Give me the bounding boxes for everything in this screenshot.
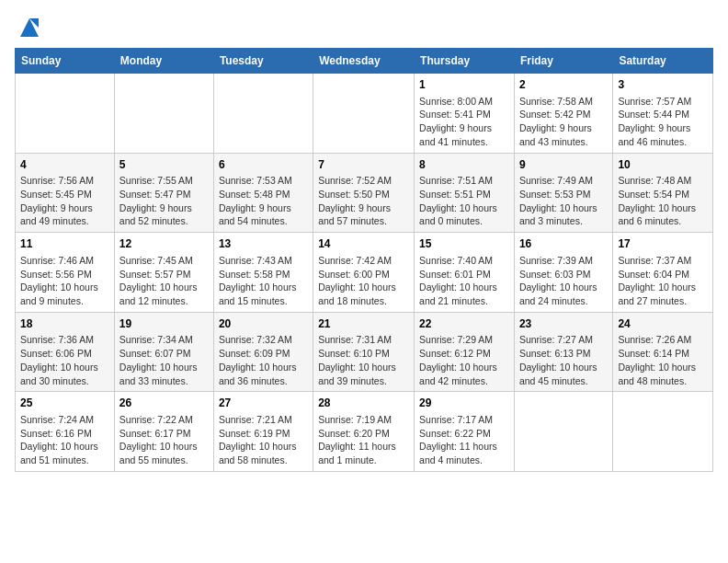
day-info-text: Sunrise: 7:24 AM xyxy=(20,413,109,427)
day-cell: 23Sunrise: 7:27 AMSunset: 6:13 PMDayligh… xyxy=(514,312,612,392)
day-cell xyxy=(16,74,115,154)
day-cell: 4Sunrise: 7:56 AMSunset: 5:45 PMDaylight… xyxy=(16,153,115,233)
day-info-text: and 33 minutes. xyxy=(119,374,209,388)
day-info-text: Daylight: 10 hours xyxy=(618,201,708,215)
day-cell: 15Sunrise: 7:40 AMSunset: 6:01 PMDayligh… xyxy=(415,233,515,313)
day-number: 27 xyxy=(219,396,308,411)
day-info-text: Sunrise: 7:56 AM xyxy=(20,174,109,188)
day-info-text: Sunset: 6:14 PM xyxy=(618,347,708,361)
day-info-text: and 3 minutes. xyxy=(519,214,608,228)
day-info-text: Daylight: 10 hours xyxy=(20,440,109,454)
day-number: 2 xyxy=(519,77,608,93)
day-info-text: Sunrise: 7:19 AM xyxy=(318,413,409,427)
day-info-text: Sunset: 5:48 PM xyxy=(219,188,308,201)
day-info-text: and 18 minutes. xyxy=(318,294,409,308)
day-number: 3 xyxy=(618,77,708,93)
day-info-text: and 12 minutes. xyxy=(119,294,209,308)
day-info-text: Sunset: 6:19 PM xyxy=(219,427,308,441)
day-info-text: and 30 minutes. xyxy=(20,374,109,388)
col-header-saturday: Saturday xyxy=(613,49,713,74)
day-info-text: Sunrise: 7:48 AM xyxy=(618,174,708,188)
day-info-text: Sunset: 5:54 PM xyxy=(618,188,708,201)
day-info-text: and 4 minutes. xyxy=(419,454,509,467)
day-info-text: Sunrise: 7:31 AM xyxy=(318,333,409,347)
day-info-text: and 27 minutes. xyxy=(618,294,708,308)
day-info-text: Daylight: 10 hours xyxy=(20,361,109,374)
day-info-text: Sunset: 6:20 PM xyxy=(318,427,409,441)
day-info-text: Sunrise: 7:32 AM xyxy=(219,333,308,347)
day-info-text: Sunrise: 7:49 AM xyxy=(519,174,608,188)
day-info-text: Sunset: 6:10 PM xyxy=(318,347,409,361)
day-info-text: Sunset: 5:51 PM xyxy=(419,188,509,201)
day-cell: 19Sunrise: 7:34 AMSunset: 6:07 PMDayligh… xyxy=(114,312,213,392)
day-cell xyxy=(213,74,313,154)
day-info-text: Daylight: 9 hours xyxy=(519,121,608,135)
day-cell: 16Sunrise: 7:39 AMSunset: 6:03 PMDayligh… xyxy=(514,233,612,313)
day-info-text: Sunrise: 7:36 AM xyxy=(20,333,109,347)
day-number: 17 xyxy=(618,236,708,252)
day-number: 9 xyxy=(519,157,608,173)
day-info-text: and 42 minutes. xyxy=(419,374,509,388)
col-header-sunday: Sunday xyxy=(16,49,115,74)
day-info-text: Sunrise: 7:26 AM xyxy=(618,333,708,347)
day-info-text: Daylight: 10 hours xyxy=(419,201,509,215)
day-info-text: and 36 minutes. xyxy=(219,374,308,388)
day-info-text: Sunrise: 7:40 AM xyxy=(419,254,509,268)
day-cell: 24Sunrise: 7:26 AMSunset: 6:14 PMDayligh… xyxy=(613,312,713,392)
day-info-text: Sunset: 6:22 PM xyxy=(419,427,509,441)
week-row-2: 4Sunrise: 7:56 AMSunset: 5:45 PMDaylight… xyxy=(16,153,713,233)
day-info-text: Daylight: 10 hours xyxy=(618,361,708,374)
day-info-text: Sunrise: 7:29 AM xyxy=(419,333,509,347)
col-header-thursday: Thursday xyxy=(415,49,515,74)
day-info-text: Sunrise: 7:57 AM xyxy=(618,95,708,109)
page-header xyxy=(15,15,713,40)
day-info-text: Sunrise: 7:55 AM xyxy=(119,174,209,188)
day-info-text: Sunset: 6:09 PM xyxy=(219,347,308,361)
day-info-text: Daylight: 10 hours xyxy=(219,361,308,374)
col-header-monday: Monday xyxy=(114,49,213,74)
calendar-header: SundayMondayTuesdayWednesdayThursdayFrid… xyxy=(16,49,713,74)
calendar-table: SundayMondayTuesdayWednesdayThursdayFrid… xyxy=(15,48,713,472)
week-row-3: 11Sunrise: 7:46 AMSunset: 5:56 PMDayligh… xyxy=(16,233,713,313)
day-cell: 10Sunrise: 7:48 AMSunset: 5:54 PMDayligh… xyxy=(613,153,713,233)
day-cell xyxy=(514,392,612,472)
calendar-body: 1Sunrise: 8:00 AMSunset: 5:41 PMDaylight… xyxy=(16,74,713,472)
day-cell: 3Sunrise: 7:57 AMSunset: 5:44 PMDaylight… xyxy=(613,74,713,154)
day-info-text: Daylight: 10 hours xyxy=(119,440,209,454)
day-info-text: and 41 minutes. xyxy=(419,135,509,149)
day-info-text: Daylight: 10 hours xyxy=(119,281,209,294)
day-info-text: Sunrise: 7:17 AM xyxy=(419,413,509,427)
day-number: 8 xyxy=(419,157,509,173)
day-number: 22 xyxy=(419,316,509,332)
day-cell xyxy=(114,74,213,154)
day-cell: 9Sunrise: 7:49 AMSunset: 5:53 PMDaylight… xyxy=(514,153,612,233)
day-info-text: Daylight: 11 hours xyxy=(318,440,409,454)
day-cell: 29Sunrise: 7:17 AMSunset: 6:22 PMDayligh… xyxy=(415,392,515,472)
day-info-text: and 55 minutes. xyxy=(119,454,209,467)
day-info-text: Daylight: 10 hours xyxy=(318,361,409,374)
day-info-text: Daylight: 10 hours xyxy=(119,361,209,374)
day-info-text: Sunset: 6:06 PM xyxy=(20,347,109,361)
col-header-tuesday: Tuesday xyxy=(213,49,313,74)
day-info-text: Sunrise: 7:53 AM xyxy=(219,174,308,188)
day-info-text: and 45 minutes. xyxy=(519,374,608,388)
day-info-text: Sunset: 6:07 PM xyxy=(119,347,209,361)
day-info-text: Sunrise: 7:52 AM xyxy=(318,174,409,188)
day-cell: 6Sunrise: 7:53 AMSunset: 5:48 PMDaylight… xyxy=(213,153,313,233)
day-info-text: and 15 minutes. xyxy=(219,294,308,308)
day-info-text: and 57 minutes. xyxy=(318,214,409,228)
day-info-text: Daylight: 10 hours xyxy=(519,201,608,215)
day-info-text: Sunrise: 7:45 AM xyxy=(119,254,209,268)
day-info-text: Sunrise: 7:27 AM xyxy=(519,333,608,347)
day-info-text: Sunrise: 7:51 AM xyxy=(419,174,509,188)
day-cell: 7Sunrise: 7:52 AMSunset: 5:50 PMDaylight… xyxy=(313,153,415,233)
day-info-text: Sunset: 6:16 PM xyxy=(20,427,109,441)
day-info-text: Sunset: 5:47 PM xyxy=(119,188,209,201)
day-info-text: Daylight: 10 hours xyxy=(419,281,509,294)
day-number: 18 xyxy=(20,316,109,332)
day-cell: 20Sunrise: 7:32 AMSunset: 6:09 PMDayligh… xyxy=(213,312,313,392)
day-info-text: and 24 minutes. xyxy=(519,294,608,308)
day-info-text: Sunset: 6:03 PM xyxy=(519,268,608,282)
col-header-wednesday: Wednesday xyxy=(313,49,415,74)
day-info-text: and 51 minutes. xyxy=(20,454,109,467)
